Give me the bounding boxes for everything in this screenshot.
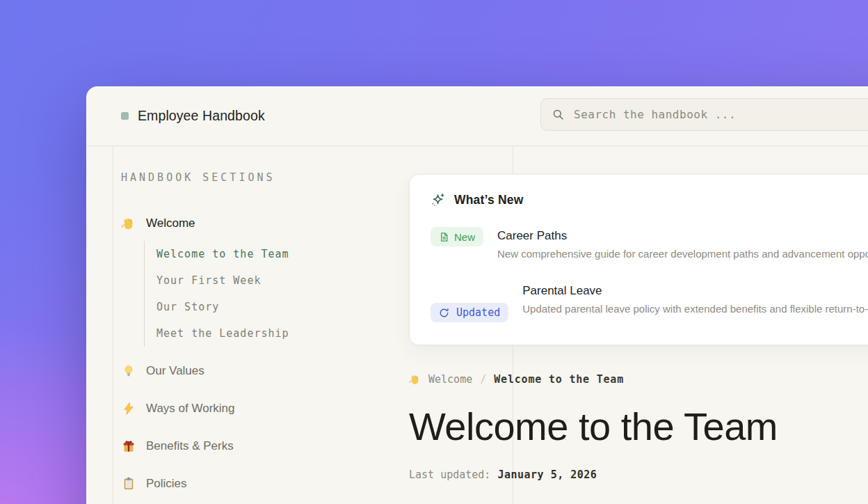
bolt-icon <box>121 402 136 416</box>
last-updated-label: Last updated: <box>409 468 490 481</box>
main-content: What’s New NewCareer PathsNew comprehens… <box>409 174 868 481</box>
sidebar-item-label: Benefits & Perks <box>146 439 234 453</box>
app-title: Employee Handbook <box>138 108 265 124</box>
sidebar-item-label: Policies <box>146 477 187 491</box>
news-body: Career PathsNew comprehensive guide for … <box>497 227 868 260</box>
news-item-parental-leave[interactable]: UpdatedParental LeaveUpdated parental le… <box>431 282 868 322</box>
news-item-description: New comprehensive guide for career devel… <box>497 248 868 260</box>
breadcrumb-current: Welcome to the Team <box>494 373 624 386</box>
last-updated-value: January 5, 2026 <box>497 468 597 481</box>
last-updated: Last updated: January 5, 2026 <box>409 468 868 481</box>
grid-rule-left <box>113 146 113 504</box>
search-box[interactable] <box>540 98 868 131</box>
logo-square-icon <box>121 112 129 120</box>
news-item-title[interactable]: Career Paths <box>497 229 868 243</box>
news-body: Parental LeaveUpdated parental leave pol… <box>522 282 868 315</box>
badge-label: New <box>454 231 475 243</box>
bulb-icon <box>121 364 136 379</box>
news-item-career-paths[interactable]: NewCareer PathsNew comprehensive guide f… <box>431 227 868 260</box>
sidebar-heading: HANDBOOK SECTIONS <box>121 171 289 184</box>
search-input[interactable] <box>572 107 868 122</box>
badge-new: New <box>431 227 483 246</box>
whats-new-card: What’s New NewCareer PathsNew comprehens… <box>409 174 868 345</box>
breadcrumb-separator: / <box>480 373 486 386</box>
sidebar-nav: WelcomeWelcome to the TeamYour First Wee… <box>121 213 289 494</box>
badge-label: Updated <box>456 306 500 319</box>
sidebar-subitem-meet-the-leadership[interactable]: Meet the Leadership <box>156 320 289 347</box>
sidebar-item-benefits-perks[interactable]: Benefits & Perks <box>121 436 289 457</box>
file-icon <box>439 232 449 242</box>
sidebar: HANDBOOK SECTIONS WelcomeWelcome to the … <box>121 171 289 504</box>
sidebar-item-label: Our Values <box>146 364 204 378</box>
clipboard-icon <box>121 477 136 491</box>
whats-new-header: What’s New <box>431 193 868 207</box>
sidebar-subitem-your-first-week[interactable]: Your First Week <box>156 267 289 294</box>
sidebar-item-our-values[interactable]: Our Values <box>121 361 289 381</box>
search-icon <box>552 108 565 121</box>
whats-new-title: What’s New <box>454 193 524 207</box>
sidebar-item-welcome[interactable]: Welcome <box>121 213 289 234</box>
news-item-title[interactable]: Parental Leave <box>522 284 868 298</box>
gift-icon <box>121 439 136 454</box>
badge-updated: Updated <box>431 303 508 322</box>
sidebar-item-policies[interactable]: Policies <box>121 473 289 494</box>
breadcrumb-section[interactable]: Welcome <box>428 373 472 386</box>
sidebar-item-label: Ways of Working <box>146 402 235 416</box>
sparkles-icon <box>431 193 445 207</box>
sidebar-item-label: Welcome <box>146 216 195 230</box>
breadcrumb: Welcome / Welcome to the Team <box>409 373 868 386</box>
news-item-description: Updated parental leave policy with exten… <box>522 303 868 315</box>
wave-icon <box>121 216 136 231</box>
app-header: Employee Handbook <box>86 86 868 146</box>
whats-new-list: NewCareer PathsNew comprehensive guide f… <box>431 227 868 322</box>
sidebar-subitem-our-story[interactable]: Our Story <box>156 294 289 320</box>
sidebar-sublist: Welcome to the TeamYour First WeekOur St… <box>144 241 289 347</box>
brand: Employee Handbook <box>121 108 265 124</box>
page-title: Welcome to the Team <box>409 407 868 448</box>
app-window: Employee Handbook HANDBOOK SECTIONS Welc… <box>86 86 868 504</box>
content-area: HANDBOOK SECTIONS WelcomeWelcome to the … <box>86 146 868 504</box>
sidebar-subitem-welcome-to-the-team[interactable]: Welcome to the Team <box>156 241 289 267</box>
sidebar-item-ways-of-working[interactable]: Ways of Working <box>121 398 289 419</box>
wave-icon <box>409 374 421 386</box>
refresh-icon <box>439 308 449 318</box>
